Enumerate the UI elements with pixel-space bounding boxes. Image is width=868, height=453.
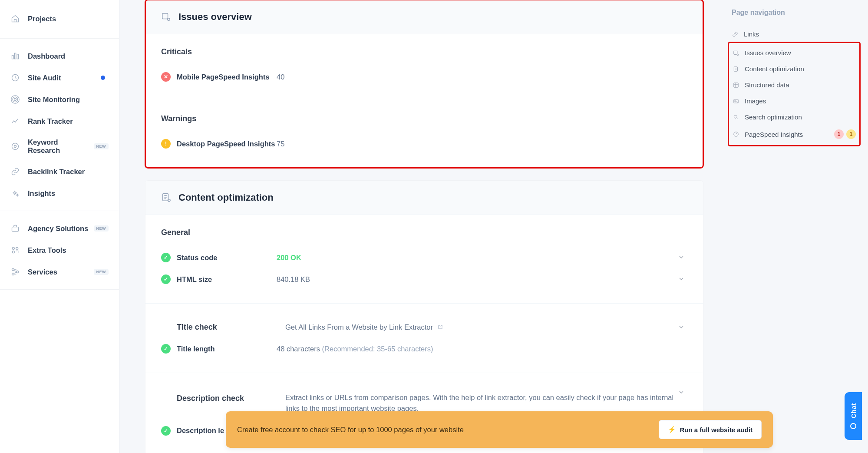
- sidebar-item-keyword-research[interactable]: Keyword Research NEW: [0, 132, 119, 161]
- content-icon: [733, 66, 739, 73]
- card-header: Issues overview: [145, 0, 703, 34]
- pagenav-label: Images: [745, 97, 856, 105]
- sidebar-item-label: Site Audit: [28, 74, 101, 82]
- svg-rect-0: [12, 55, 13, 59]
- sidebar-item-projects[interactable]: Projects: [0, 8, 119, 30]
- row-label: Status code: [177, 254, 277, 262]
- cta-button-label: Run a full website audit: [680, 426, 752, 433]
- critical-row[interactable]: ✕ Mobile PageSpeed Insights 40: [161, 66, 687, 88]
- pagenav-label: Search optimization: [745, 113, 856, 121]
- sidebar-item-label: Dashboard: [28, 52, 109, 60]
- sidebar-item-label: Rank Tracker: [28, 117, 109, 126]
- bolt-icon: ⚡: [668, 426, 676, 433]
- general-block: General ✓ Status code 200 OK ✓ HTML size…: [145, 215, 703, 304]
- sidebar-item-dashboard[interactable]: Dashboard: [0, 45, 119, 67]
- chat-bubble-icon: [850, 423, 856, 429]
- services-icon: [10, 267, 20, 277]
- keyword-icon: [10, 142, 20, 151]
- status-code-row[interactable]: ✓ Status code 200 OK: [161, 247, 687, 268]
- svg-point-4: [14, 99, 17, 101]
- row-label: Desktop PageSpeed Insights: [177, 140, 277, 148]
- sidebar: Projects Dashboard Site Audit Site Monit…: [0, 0, 119, 453]
- title-check-value: Get All Links From a Website by Link Ext…: [285, 323, 687, 331]
- title-length-row[interactable]: ✓ Title length 48 characters (Recommende…: [161, 338, 687, 360]
- sidebar-item-label: Agency Solutions: [28, 225, 89, 233]
- chevron-down-icon[interactable]: [678, 254, 686, 261]
- warning-count-badge: 1: [846, 129, 856, 139]
- pagenav-label: Structured data: [745, 81, 856, 89]
- pagenav-item-links[interactable]: Links: [729, 26, 859, 42]
- row-value: 200 OK: [277, 254, 687, 262]
- pagenav-title: Page navigation: [729, 9, 859, 17]
- svg-point-11: [16, 247, 18, 249]
- tools-icon: [10, 245, 20, 255]
- warnings-heading: Warnings: [161, 114, 687, 123]
- criticals-heading: Criticals: [161, 47, 687, 56]
- pagenav-item-search-optimization[interactable]: Search optimization: [730, 109, 858, 125]
- run-audit-button[interactable]: ⚡ Run a full website audit: [659, 420, 762, 439]
- svg-point-14: [17, 271, 19, 273]
- sidebar-item-insights[interactable]: Insights: [0, 182, 119, 204]
- title-check-row[interactable]: Title check Get All Links From a Website…: [161, 317, 687, 338]
- cta-banner: Create free account to check SEO for up …: [226, 411, 773, 448]
- pagenav-item-images[interactable]: Images: [730, 93, 858, 109]
- pagenav-label: Links: [744, 30, 857, 38]
- new-badge: NEW: [94, 225, 109, 231]
- critical-icon: ✕: [161, 72, 171, 82]
- ok-icon: ✓: [161, 253, 171, 262]
- rank-icon: [10, 116, 20, 126]
- pagenav-label: PageSpeed Insights: [745, 131, 832, 138]
- warnings-block: Warnings ! Desktop PageSpeed Insights 75: [145, 101, 703, 168]
- sidebar-item-label: Services: [28, 268, 89, 276]
- ok-icon: ✓: [161, 426, 171, 436]
- chevron-down-icon[interactable]: [678, 389, 686, 397]
- sidebar-item-services[interactable]: Services NEW: [0, 261, 119, 283]
- search-icon: [733, 114, 739, 121]
- sidebar-item-label: Projects: [28, 15, 109, 23]
- svg-point-10: [12, 247, 14, 249]
- sidebar-item-rank-tracker[interactable]: Rank Tracker: [0, 110, 119, 132]
- ok-icon: ✓: [161, 274, 171, 284]
- sidebar-item-extra-tools[interactable]: Extra Tools: [0, 239, 119, 261]
- issues-overview-card: Issues overview Criticals ✕ Mobile PageS…: [145, 0, 703, 168]
- new-badge: NEW: [94, 269, 109, 275]
- structured-icon: [733, 82, 739, 89]
- chevron-down-icon[interactable]: [678, 324, 686, 331]
- svg-rect-20: [734, 51, 737, 54]
- external-link-icon[interactable]: [438, 324, 443, 330]
- issues-icon: [733, 50, 739, 56]
- backlink-icon: [10, 167, 20, 176]
- sidebar-item-label: Keyword Research: [28, 138, 89, 155]
- images-icon: [733, 98, 739, 105]
- row-value: 840.18 KB: [277, 275, 687, 284]
- pagenav-item-pagespeed-insights[interactable]: PageSpeed Insights 1 1: [730, 125, 858, 143]
- title-check-block: Title check Get All Links From a Website…: [145, 304, 703, 373]
- warning-row[interactable]: ! Desktop PageSpeed Insights 75: [161, 133, 687, 155]
- issues-icon: [161, 12, 172, 22]
- sidebar-item-site-monitoring[interactable]: Site Monitoring: [0, 89, 119, 110]
- svg-rect-16: [162, 13, 168, 19]
- new-badge: NEW: [94, 143, 109, 149]
- chevron-down-icon[interactable]: [678, 275, 686, 283]
- sidebar-item-site-audit[interactable]: Site Audit: [0, 67, 119, 89]
- row-value: 48 characters (Recommended: 35-65 charac…: [277, 345, 687, 353]
- sidebar-item-agency-solutions[interactable]: Agency Solutions NEW: [0, 218, 119, 239]
- pagenav-item-structured-data[interactable]: Structured data: [730, 77, 858, 93]
- row-label: Mobile PageSpeed Insights: [177, 73, 277, 81]
- pagenav-item-issues-overview[interactable]: Issues overview: [730, 45, 858, 61]
- criticals-block: Criticals ✕ Mobile PageSpeed Insights 40: [145, 34, 703, 101]
- chat-button[interactable]: Chat: [845, 392, 862, 440]
- pagenav-item-content-optimization[interactable]: Content optimization: [730, 61, 858, 77]
- html-size-row[interactable]: ✓ HTML size 840.18 KB: [161, 268, 687, 290]
- svg-point-26: [734, 115, 737, 118]
- chat-label: Chat: [850, 403, 857, 418]
- monitoring-icon: [10, 95, 20, 104]
- active-indicator-dot: [101, 76, 105, 80]
- row-label: HTML size: [177, 275, 277, 284]
- pagenav-highlighted-group: Issues overview Content optimization Str…: [729, 43, 859, 145]
- link-icon: [732, 31, 739, 38]
- svg-rect-9: [12, 227, 19, 231]
- row-value: 75: [277, 140, 687, 148]
- audit-icon: [10, 73, 20, 83]
- sidebar-item-backlink-tracker[interactable]: Backlink Tracker: [0, 161, 119, 182]
